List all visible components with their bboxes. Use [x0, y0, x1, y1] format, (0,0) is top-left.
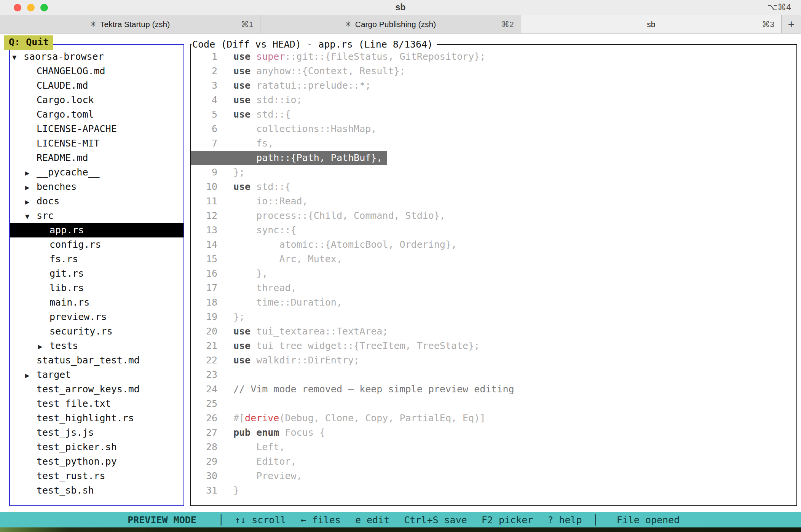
code-text: path::{Path, PathBuf}, [233, 151, 382, 165]
code-line[interactable]: 21use tui_tree_widget::{TreeItem, TreeSt… [191, 339, 796, 353]
code-text: // Vim mode removed — keep simple previe… [233, 382, 514, 397]
chevron-collapsed-icon: ▶ [38, 339, 49, 354]
code-line[interactable]: 16 }, [191, 266, 796, 281]
activity-icon: ✳ [345, 20, 351, 29]
minimize-window-icon[interactable] [27, 4, 35, 11]
line-number: 14 [191, 237, 217, 252]
tree-item-test_rust.rs[interactable]: test_rust.rs [10, 469, 183, 483]
tree-item-config.rs[interactable]: config.rs [10, 237, 183, 252]
code-line[interactable]: 14 atomic::{AtomicBool, Ordering}, [191, 237, 796, 252]
tree-item-label: test_arrow_keys.md [37, 384, 140, 395]
line-number: 4 [191, 93, 217, 107]
code-line[interactable]: 3use ratatui::prelude::*; [191, 78, 796, 93]
line-number: 16 [191, 266, 217, 281]
code-line[interactable]: 30 Preview, [191, 469, 796, 483]
tab-tektra-startup[interactable]: ✳ Tektra Startup (zsh) ⌘1 [0, 15, 260, 33]
code-line[interactable]: 18 time::Duration, [191, 295, 796, 310]
line-number: 25 [191, 397, 217, 411]
tree-item-test_sb.sh[interactable]: test_sb.sh [10, 483, 183, 498]
code-line[interactable]: 5use std::{ [191, 107, 796, 122]
tree-item-CHANGELOG.md[interactable]: CHANGELOG.md [10, 64, 183, 78]
tree-item-label: test_highlight.rs [37, 413, 134, 424]
tree-item-__pycache__[interactable]: ▶__pycache__ [10, 165, 183, 180]
tree-item-LICENSE-APACHE[interactable]: LICENSE-APACHE [10, 122, 183, 136]
tree-item-README.md[interactable]: README.md [10, 151, 183, 165]
code-line[interactable]: 11 io::Read, [191, 194, 796, 209]
line-number: 9 [191, 165, 217, 180]
code-line[interactable]: 20use tui_textarea::TextArea; [191, 324, 796, 339]
tree-item-test_js.js[interactable]: test_js.js [10, 425, 183, 440]
code-line[interactable]: 12 process::{Child, Command, Stdio}, [191, 209, 796, 223]
tree-item-preview.rs[interactable]: preview.rs [10, 310, 183, 324]
tree-item-docs[interactable]: ▶docs [10, 194, 183, 209]
tree-item-test_python.py[interactable]: test_python.py [10, 454, 183, 469]
tree-item-lib.rs[interactable]: lib.rs [10, 281, 183, 295]
code-line[interactable]: 4use std::io; [191, 93, 796, 107]
tree-item-Cargo.lock[interactable]: Cargo.lock [10, 93, 183, 107]
tree-item-label: saorsa-browser [24, 51, 104, 62]
tree-item-test_picker.sh[interactable]: test_picker.sh [10, 440, 183, 454]
tree-item-app.rs[interactable]: app.rs [10, 223, 183, 237]
tree-item-LICENSE-MIT[interactable]: LICENSE-MIT [10, 136, 183, 151]
status-separator: │ [218, 514, 224, 526]
line-number: 24 [191, 382, 217, 397]
tab-cargo-publishing[interactable]: ✳ Cargo Publishing (zsh) ⌘2 [260, 15, 521, 33]
line-number: 6 [191, 122, 217, 136]
tree-item-test_highlight.rs[interactable]: test_highlight.rs [10, 411, 183, 425]
line-number: 21 [191, 339, 217, 353]
code-text: process::{Child, Command, Stdio}, [233, 209, 445, 223]
tree-item-tests[interactable]: ▶tests [10, 339, 183, 353]
tree-item-security.rs[interactable]: security.rs [10, 324, 183, 339]
tree-item-label: test_file.txt [37, 398, 111, 409]
tree-item-test_file.txt[interactable]: test_file.txt [10, 397, 183, 411]
code-line[interactable]: 15 Arc, Mutex, [191, 252, 796, 266]
code-line[interactable]: 23 [191, 368, 796, 382]
status-mode: PREVIEW MODE [0, 514, 218, 526]
code-line[interactable]: 19}; [191, 310, 796, 324]
line-number: 12 [191, 209, 217, 223]
line-number: 1 [191, 49, 217, 64]
code-line[interactable]: 17 thread, [191, 281, 796, 295]
tree-item-test_arrow_keys.md[interactable]: test_arrow_keys.md [10, 382, 183, 397]
code-line[interactable]: 2use anyhow::{Context, Result}; [191, 64, 796, 78]
code-line[interactable]: 25 [191, 397, 796, 411]
tree-item-label: lib.rs [49, 282, 84, 293]
code-line[interactable]: 27pub enum Focus { [191, 425, 796, 440]
zoom-window-icon[interactable] [40, 4, 48, 11]
tree-item-saorsa-browser[interactable]: ▼saorsa-browser [10, 49, 183, 64]
tree-item-src[interactable]: ▼src [10, 209, 183, 223]
tree-item-label: security.rs [49, 326, 113, 337]
tab-sb[interactable]: sb ⌘3 [521, 15, 782, 33]
code-line[interactable]: 26#[derive(Debug, Clone, Copy, PartialEq… [191, 411, 796, 425]
code-line-highlighted[interactable]: path::{Path, PathBuf}, [191, 151, 387, 165]
code-line[interactable]: 9}; [191, 165, 796, 180]
tree-item-target[interactable]: ▶target [10, 368, 183, 382]
tree-item-CLAUDE.md[interactable]: CLAUDE.md [10, 78, 183, 93]
code-line[interactable]: 22use walkdir::DirEntry; [191, 353, 796, 368]
code-line[interactable]: 1use super::git::{FileStatus, GitReposit… [191, 49, 796, 64]
code-line[interactable]: 29 Editor, [191, 454, 796, 469]
code-line[interactable]: 6 collections::HashMap, [191, 122, 796, 136]
code-line[interactable]: 28 Left, [191, 440, 796, 454]
line-number: 2 [191, 64, 217, 78]
status-hint: ? help [547, 514, 582, 526]
tree-item-git.rs[interactable]: git.rs [10, 266, 183, 281]
code-line[interactable]: 31} [191, 483, 796, 498]
code-line[interactable]: 7 fs, [191, 136, 796, 151]
code-line[interactable]: 10use std::{ [191, 180, 796, 194]
tree-item-fs.rs[interactable]: fs.rs [10, 252, 183, 266]
status-message: File opened [598, 514, 680, 526]
tab-bar: ✳ Tektra Startup (zsh) ⌘1 ✳ Cargo Publis… [0, 15, 801, 33]
tree-item-Cargo.toml[interactable]: Cargo.toml [10, 107, 183, 122]
code-text: io::Read, [233, 194, 308, 209]
quit-button[interactable]: Q: Quit [4, 35, 53, 50]
code-line[interactable]: 13 sync::{ [191, 223, 796, 237]
new-tab-button[interactable]: + [782, 15, 801, 33]
tree-item-main.rs[interactable]: main.rs [10, 295, 183, 310]
code-text: use std::{ [233, 107, 291, 122]
tree-item-label: README.md [37, 152, 88, 163]
code-line[interactable]: 24// Vim mode removed — keep simple prev… [191, 382, 796, 397]
close-window-icon[interactable] [14, 4, 21, 11]
tree-item-status_bar_test.md[interactable]: status_bar_test.md [10, 353, 183, 368]
tree-item-benches[interactable]: ▶benches [10, 180, 183, 194]
